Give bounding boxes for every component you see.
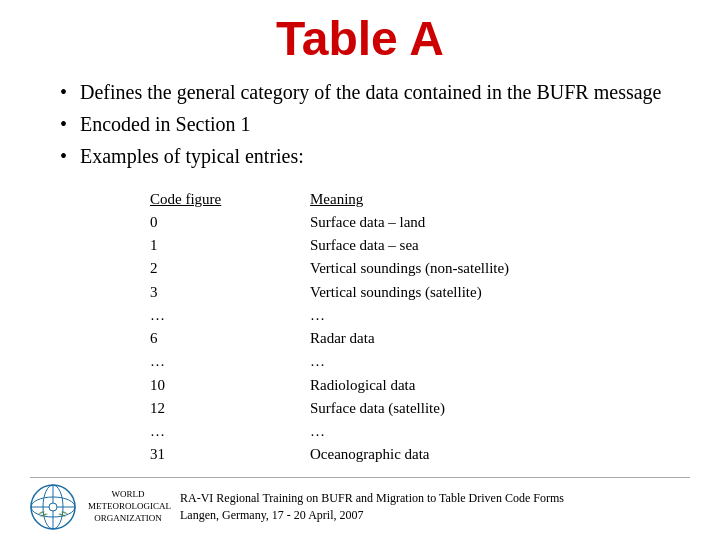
table-row: Surface data – land <box>310 211 690 234</box>
table-row: Oceanographic data <box>310 443 690 466</box>
table-row: … <box>150 350 310 373</box>
meaning-rows: Surface data – landSurface data – seaVer… <box>310 211 690 467</box>
table-row: Radar data <box>310 327 690 350</box>
meaning-column: Meaning Surface data – landSurface data … <box>310 188 690 473</box>
table-row: … <box>310 304 690 327</box>
code-header: Code figure <box>150 188 310 211</box>
wmo-logo <box>30 484 76 530</box>
table-row: Surface data – sea <box>310 234 690 257</box>
table-row: 12 <box>150 397 310 420</box>
table-row: 10 <box>150 374 310 397</box>
table-row: 3 <box>150 281 310 304</box>
table-row: … <box>150 304 310 327</box>
table-row: Surface data (satellite) <box>310 397 690 420</box>
meaning-header: Meaning <box>310 188 690 211</box>
code-column: Code figure 0123…6…1012…31 <box>150 188 310 473</box>
table-row: … <box>310 420 690 443</box>
footer-event-text: RA-VI Regional Training on BUFR and Migr… <box>180 490 564 524</box>
bullet-item: Defines the general category of the data… <box>60 78 690 106</box>
slide-title: Table A <box>30 10 690 68</box>
table-row: Radiological data <box>310 374 690 397</box>
bullet-item: Encoded in Section 1 <box>60 110 690 138</box>
svg-point-5 <box>49 503 57 511</box>
bullet-item: Examples of typical entries: <box>60 142 690 170</box>
footer: WORLD METEOROLOGICAL ORGANIZATION RA-VI … <box>30 477 690 530</box>
table-row: Vertical soundings (satellite) <box>310 281 690 304</box>
table-row: 31 <box>150 443 310 466</box>
footer-org-name: WORLD METEOROLOGICAL ORGANIZATION <box>88 489 168 524</box>
table-row: 0 <box>150 211 310 234</box>
slide: Table A Defines the general category of … <box>0 0 720 540</box>
table-row: … <box>150 420 310 443</box>
table-row: 1 <box>150 234 310 257</box>
table-row: … <box>310 350 690 373</box>
table-row: Vertical soundings (non-satellite) <box>310 257 690 280</box>
table-row: 6 <box>150 327 310 350</box>
bullet-list: Defines the general category of the data… <box>30 78 690 174</box>
table-row: 2 <box>150 257 310 280</box>
code-rows: 0123…6…1012…31 <box>150 211 310 467</box>
examples-table: Code figure 0123…6…1012…31 Meaning Surfa… <box>30 188 690 473</box>
